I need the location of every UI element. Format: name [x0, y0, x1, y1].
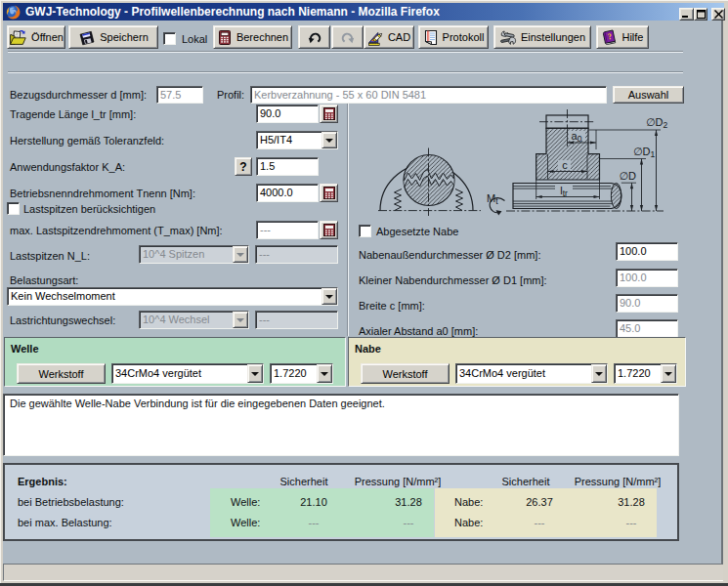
nabe-panel-title: Nabe [355, 343, 381, 356]
redo-icon [340, 30, 356, 44]
anwendungsfaktor-help-button[interactable]: ? [235, 157, 252, 176]
shaft-hub-technical-drawing: a0 c ltr ∅D ∅D1 ∅D2 Mt [376, 101, 684, 223]
herstellung-select[interactable]: H5/IT4 [256, 131, 338, 149]
undo-button[interactable] [298, 25, 330, 49]
belastungsart-select-value: Kein Wechselmoment [11, 290, 115, 302]
viewport-right-shadow [721, 21, 723, 564]
app-window: GWJ-Technology - Profilwellenberechnung … [0, 0, 728, 586]
lastrichtung-select-value: 10^4 Wechsel [143, 314, 210, 325]
profil-label: Profil: [217, 89, 244, 102]
tragende-laenge-calc-button[interactable] [320, 105, 338, 123]
results-nabe-betrieb-sicherheit: 26.37 [510, 496, 569, 508]
welle-material-number-arrow[interactable] [317, 364, 332, 383]
tragende-laenge-field[interactable]: 90.0 [256, 105, 319, 123]
d2-label: Nabenaußendurchmesser Ø D2 [mm]: [359, 249, 540, 262]
anwendungsfaktor-field[interactable]: 1.5 [256, 157, 319, 176]
welle-material-select-arrow[interactable] [247, 364, 263, 383]
einstellungen-button-label: Einstellungen [521, 31, 585, 43]
chevron-down-icon [236, 253, 244, 257]
open-button[interactable]: Öffnen [7, 25, 65, 49]
nabe-material-select-value: 34CrMo4 vergütet [459, 367, 545, 379]
calc-small-icon [323, 107, 335, 120]
abgesetzte-nabe-checkbox[interactable] [359, 225, 371, 237]
lastspitzen-checkbox-label: Lastspitzen berücksichtigen [23, 203, 155, 216]
minimize-icon [682, 10, 691, 19]
hilfe-icon: ? [601, 29, 618, 46]
chevron-down-icon [325, 139, 333, 143]
lastspitzen-checkbox[interactable] [7, 202, 20, 215]
welle-material-select[interactable]: 34CrMo4 vergütet [111, 363, 264, 384]
message-text: Die gewählte Welle-Nabe Verbindung ist f… [10, 398, 385, 409]
welle-panel-title: Welle [11, 343, 39, 356]
max-lastspitzen-calc-button[interactable] [320, 221, 338, 239]
welle-werkstoff-button-label: Werkstoff [38, 368, 83, 380]
cad-button[interactable]: CAD [364, 25, 414, 49]
open-folder-icon [9, 28, 27, 46]
nabe-material-select-arrow[interactable] [591, 364, 607, 383]
cad-icon [367, 29, 384, 46]
breite-field: 90.0 [616, 294, 678, 313]
lokal-checkbox[interactable] [163, 32, 176, 45]
results-welle-max-sicherheit: --- [284, 517, 343, 528]
lastrichtung-field: --- [255, 311, 338, 329]
results-welle-label-max: Welle: [231, 517, 260, 528]
nabe-werkstoff-button[interactable]: Werkstoff [361, 363, 450, 384]
abstand-field: 45.0 [616, 319, 678, 338]
message-box[interactable]: Die gewählte Welle-Nabe Verbindung ist f… [3, 394, 679, 456]
berechnen-button[interactable]: Berechnen [213, 25, 292, 49]
welle-material-select-value: 34CrMo4 vergütet [115, 367, 201, 379]
dim-label-d1: ∅D1 [633, 146, 656, 159]
d1-field: 100.0 [616, 269, 678, 287]
spring-right [455, 189, 463, 211]
chevron-down-icon [664, 372, 672, 376]
lastspitzen-nl-select: 10^4 Spitzen [139, 245, 249, 264]
dim-label-c: c [562, 159, 568, 171]
nabe-material-number-arrow[interactable] [661, 364, 676, 383]
question-icon: ? [239, 160, 246, 174]
nabe-material-number-select[interactable]: 1.7220 [614, 363, 677, 384]
nabe-material-select[interactable]: 34CrMo4 vergütet [455, 363, 608, 384]
calc-small-icon [323, 224, 335, 236]
chevron-down-icon [236, 318, 244, 322]
d2-field[interactable]: 100.0 [616, 242, 678, 261]
results-col-sicherheit-nabe: Sicherheit [496, 476, 555, 487]
protokoll-button[interactable]: Protokoll [418, 25, 489, 49]
belastungsart-label: Belastungsart: [10, 274, 78, 287]
save-button[interactable]: Speichern [68, 25, 158, 49]
welle-material-number-select[interactable]: 1.7220 [270, 363, 333, 384]
maximize-button[interactable] [694, 8, 707, 21]
close-button[interactable] [711, 8, 725, 21]
status-bar [3, 564, 723, 581]
separator-form [8, 71, 683, 73]
separator-columns [347, 102, 349, 336]
einstellungen-button[interactable]: Einstellungen [493, 25, 591, 49]
undo-icon [307, 30, 322, 44]
betriebsmoment-calc-button[interactable] [320, 184, 338, 202]
abgesetzte-nabe-checkbox-label: Abgesetzte Nabe [376, 226, 458, 238]
belastungsart-select-arrow[interactable] [321, 288, 337, 305]
welle-material-number-value: 1.7220 [274, 367, 307, 379]
belastungsart-select[interactable]: Kein Wechselmoment [7, 287, 338, 306]
results-nabe-max-pressung: --- [582, 517, 680, 528]
welle-werkstoff-button[interactable]: Werkstoff [17, 363, 106, 384]
chevron-down-icon [325, 295, 333, 299]
results-nabe-label: Nabe: [454, 496, 483, 508]
betriebsmoment-label: Betriebsnenndrehmoment Tnenn [Nm]: [10, 188, 195, 200]
max-lastspitzen-field[interactable]: --- [256, 221, 319, 239]
chevron-down-icon [595, 372, 603, 376]
betriebsmoment-field[interactable]: 4000.0 [256, 184, 319, 202]
minimize-button[interactable] [679, 8, 694, 21]
chevron-down-icon [251, 372, 259, 376]
lastrichtung-label: Lastrichtungswechsel: [10, 314, 115, 327]
herstellung-select-arrow[interactable] [321, 132, 337, 148]
tragende-laenge-label: Tragende Länge l_tr [mm]: [10, 108, 136, 121]
save-button-label: Speichern [100, 31, 149, 43]
lastrichtung-select: 10^4 Wechsel [139, 311, 249, 329]
anwendungsfaktor-label: Anwendungsfaktor K_A: [10, 161, 125, 174]
title-bar[interactable]: GWJ-Technology - Profilwellenberechnung … [3, 3, 724, 21]
hilfe-button[interactable]: ? Hilfe [596, 25, 649, 49]
close-icon [714, 10, 723, 19]
results-col-pressung-welle: Pressung [N/mm²] [349, 476, 447, 487]
dim-label-d: ∅D [620, 170, 637, 182]
redo-button[interactable] [331, 25, 364, 49]
